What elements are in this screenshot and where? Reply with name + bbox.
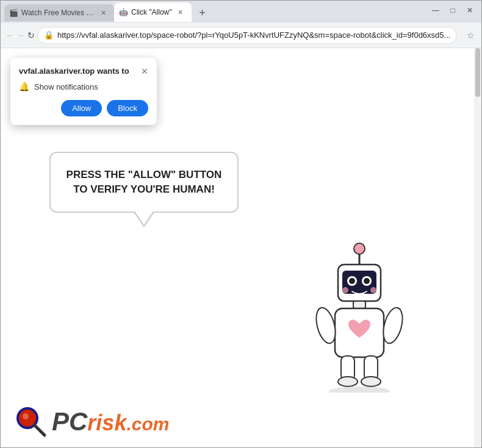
pcrisk-pc: PC xyxy=(52,407,87,436)
pcrisk-logo: PC risk .com xyxy=(15,406,169,438)
scrollbar[interactable] xyxy=(474,48,481,447)
tab-active-2[interactable]: 🤖 Click "Allow" ✕ xyxy=(114,2,192,22)
speech-text: PRESS THE "ALLOW" BUTTON TO VERIFY YOU'R… xyxy=(63,168,225,197)
url-text: https://vvfal.alaskariver.top/space-robo… xyxy=(57,30,450,40)
tab-close-1[interactable]: ✕ xyxy=(98,8,108,18)
notification-popup: vvfal.alaskariver.top wants to ✕ 🔔 Show … xyxy=(10,58,157,125)
pcrisk-risk: risk xyxy=(87,410,126,436)
robot-illustration xyxy=(298,240,420,393)
minimize-button[interactable]: — xyxy=(428,4,444,16)
pcrisk-text: PC risk .com xyxy=(52,407,169,436)
close-button[interactable]: ✕ xyxy=(462,4,478,16)
tab-inactive-1[interactable]: 🎬 Watch Free Movies - 123movie... ✕ xyxy=(4,4,114,21)
popup-buttons: Allow Block xyxy=(19,100,148,116)
toolbar-icons: ☆ 👤 ⋮ xyxy=(462,27,482,44)
maximize-button[interactable]: □ xyxy=(445,4,461,16)
address-bar-row: ← → ↻ 🔒 https://vvfal.alaskariver.top/sp… xyxy=(1,23,481,48)
scrollbar-thumb[interactable] xyxy=(475,48,480,97)
security-icon: 🔒 xyxy=(44,30,54,40)
svg-point-21 xyxy=(23,413,29,419)
popup-title: vvfal.alaskariver.top wants to xyxy=(19,66,129,76)
tab-label-1: Watch Free Movies - 123movie... xyxy=(21,9,95,17)
allow-button[interactable]: Allow xyxy=(61,100,102,116)
svg-point-1 xyxy=(354,243,365,254)
svg-line-22 xyxy=(35,425,45,435)
tab-close-2[interactable]: ✕ xyxy=(176,7,185,17)
pcrisk-domain: .com xyxy=(126,414,169,435)
new-tab-button[interactable]: + xyxy=(194,4,211,21)
popup-close-button[interactable]: ✕ xyxy=(141,67,148,76)
back-button[interactable]: ← xyxy=(5,27,14,44)
svg-point-6 xyxy=(349,278,355,284)
show-notifications-label: Show notifications xyxy=(34,82,98,91)
svg-point-8 xyxy=(342,287,348,293)
popup-notification-row: 🔔 Show notifications xyxy=(19,82,148,91)
block-button[interactable]: Block xyxy=(107,100,148,116)
tab-favicon-1: 🎬 xyxy=(9,9,18,17)
window-controls: — □ ✕ xyxy=(428,4,478,16)
forward-button[interactable]: → xyxy=(16,27,25,44)
svg-point-18 xyxy=(329,386,390,393)
speech-bubble: PRESS THE "ALLOW" BUTTON TO VERIFY YOU'R… xyxy=(49,152,239,213)
svg-point-16 xyxy=(338,377,358,386)
popup-header: vvfal.alaskariver.top wants to ✕ xyxy=(19,66,148,76)
chrome-window: 🎬 Watch Free Movies - 123movie... ✕ 🤖 Cl… xyxy=(0,0,482,448)
svg-rect-10 xyxy=(353,301,365,308)
svg-point-9 xyxy=(370,287,376,293)
tab-favicon-2: 🤖 xyxy=(119,8,128,16)
tab-label-2: Click "Allow" xyxy=(131,8,172,16)
reload-button[interactable]: ↻ xyxy=(27,27,35,44)
bookmark-button[interactable]: ☆ xyxy=(462,27,479,44)
page-content: vvfal.alaskariver.top wants to ✕ 🔔 Show … xyxy=(1,48,481,447)
address-bar[interactable]: 🔒 https://vvfal.alaskariver.top/space-ro… xyxy=(37,27,457,44)
robot-svg xyxy=(298,240,420,393)
pcrisk-icon-svg xyxy=(15,406,47,438)
title-bar: 🎬 Watch Free Movies - 123movie... ✕ 🤖 Cl… xyxy=(1,1,481,23)
svg-point-7 xyxy=(364,278,370,284)
svg-point-17 xyxy=(361,377,381,386)
bell-icon: 🔔 xyxy=(19,82,29,91)
